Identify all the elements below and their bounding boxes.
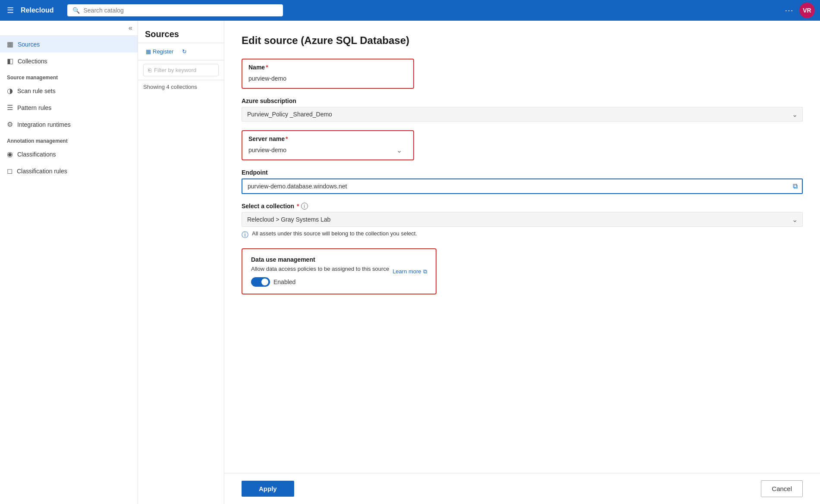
data-management-toggle-row: Enabled	[251, 277, 427, 287]
cancel-button[interactable]: Cancel	[761, 480, 803, 497]
sidebar-item-scan-label: Scan rule sets	[17, 88, 56, 94]
toggle-thumb	[261, 279, 268, 285]
server-name-label: Server name*	[248, 135, 407, 142]
sidebar-item-integration-runtimes[interactable]: ⚙ Integration runtimes	[0, 116, 138, 133]
azure-subscription-group: Azure subscription Purview_Policy _Share…	[242, 97, 803, 122]
name-input[interactable]	[248, 73, 407, 84]
sidebar-item-sources[interactable]: ▦ Sources	[0, 36, 138, 53]
data-management-group: Data use management Allow data access po…	[242, 248, 803, 303]
register-button[interactable]: ▦ Register	[143, 47, 176, 56]
collection-select[interactable]: Relecloud > Gray Systems Lab	[242, 212, 803, 227]
sidebar-item-runtime-label: Integration runtimes	[17, 121, 71, 128]
form-footer: Apply Cancel	[224, 473, 820, 504]
collection-label-row: Select a collection * i	[242, 203, 803, 210]
sidebar-item-sources-label: Sources	[18, 41, 40, 48]
sidebar-item-collections-label: Collections	[18, 58, 47, 65]
copy-icon[interactable]: ⧉	[793, 182, 798, 190]
apply-button[interactable]: Apply	[242, 481, 294, 497]
endpoint-wrapper: ⧉	[242, 178, 803, 194]
sidebar-item-pattern-label: Pattern rules	[17, 104, 51, 111]
sidebar-collapse-bar: «	[0, 21, 138, 36]
azure-subscription-select[interactable]: Purview_Policy _Shared_Demo	[242, 107, 803, 122]
filter-placeholder: Filter by keyword	[154, 67, 196, 73]
search-input[interactable]	[83, 7, 278, 14]
server-name-field-group: Server name* ⌄	[242, 130, 803, 160]
sources-icon: ▦	[7, 40, 13, 48]
refresh-icon: ↻	[182, 48, 187, 55]
filter-input-wrapper: ⎗ Filter by keyword	[143, 64, 219, 76]
data-management-toggle[interactable]	[251, 277, 270, 287]
sidebar-item-scan-rule-sets[interactable]: ◑ Scan rule sets	[0, 82, 138, 99]
toggle-track	[251, 277, 270, 287]
integration-runtimes-icon: ⚙	[7, 120, 13, 128]
azure-subscription-select-wrapper: Purview_Policy _Shared_Demo ⌄	[242, 107, 803, 122]
source-management-section: Source management	[0, 69, 138, 82]
edit-source-form: Edit source (Azure SQL Database) Name* A…	[224, 21, 820, 473]
collapse-sidebar-button[interactable]: «	[129, 24, 132, 32]
collection-info-icon[interactable]: i	[301, 203, 308, 210]
learn-more-link[interactable]: Learn more ⧉	[393, 268, 427, 275]
pattern-rules-icon: ☰	[7, 103, 13, 112]
collection-label: Select a collection *	[242, 203, 299, 210]
search-icon: 🔍	[72, 7, 80, 14]
app-title: Relecloud	[21, 6, 53, 14]
endpoint-input[interactable]	[242, 178, 803, 194]
name-field-group: Name*	[242, 59, 803, 89]
showing-collections-text: Showing 4 collections	[138, 80, 224, 94]
toggle-label: Enabled	[273, 279, 295, 285]
collections-icon: ◧	[7, 57, 13, 65]
sidebar-item-pattern-rules[interactable]: ☰ Pattern rules	[0, 99, 138, 116]
register-icon: ▦	[146, 48, 151, 55]
form-title: Edit source (Azure SQL Database)	[242, 34, 803, 47]
sidebar-item-classification-rules[interactable]: ◻ Classification rules	[0, 163, 138, 179]
scan-rule-sets-icon: ◑	[7, 87, 13, 95]
sidebar-item-classifications-label: Classifications	[17, 151, 56, 158]
sidebar-item-collections[interactable]: ◧ Collections	[0, 53, 138, 69]
sources-list-panel: Sources ▦ Register ↻ ⎗ Filter by keyword…	[138, 21, 224, 504]
data-management-description: Allow data access policies to be assigne…	[251, 266, 389, 272]
sidebar: « ▦ Sources ◧ Collections Source managem…	[0, 21, 138, 504]
collection-select-wrapper: Relecloud > Gray Systems Lab ⌄	[242, 212, 803, 227]
filter-bar: ⎗ Filter by keyword	[138, 60, 224, 80]
more-options-icon[interactable]: ⋯	[785, 5, 794, 16]
avatar[interactable]: VR	[799, 3, 815, 18]
collection-field-group: Select a collection * i Relecloud > Gray…	[242, 203, 803, 240]
classifications-icon: ◉	[7, 150, 13, 158]
sources-panel-title: Sources	[138, 21, 224, 43]
data-management-box: Data use management Allow data access po…	[242, 248, 437, 294]
data-management-title: Data use management	[251, 256, 427, 263]
main-form-panel: Edit source (Azure SQL Database) Name* A…	[224, 21, 820, 504]
sources-panel-toolbar: ▦ Register ↻	[138, 43, 224, 60]
external-link-icon: ⧉	[423, 268, 427, 275]
classification-rules-icon: ◻	[7, 167, 13, 175]
search-bar: 🔍	[67, 4, 283, 16]
collection-info-circle-icon: ⓘ	[242, 231, 248, 240]
name-label: Name*	[248, 64, 407, 71]
collection-info-text: ⓘ All assets under this source will belo…	[242, 230, 803, 240]
filter-icon: ⎗	[148, 67, 151, 73]
refresh-button[interactable]: ↻	[179, 47, 189, 56]
server-name-input[interactable]	[248, 145, 407, 155]
endpoint-label: Endpoint	[242, 169, 803, 176]
sidebar-item-classifications[interactable]: ◉ Classifications	[0, 146, 138, 163]
hamburger-menu-icon[interactable]: ☰	[5, 4, 16, 17]
sidebar-item-classification-rules-label: Classification rules	[17, 168, 67, 175]
top-navigation: ☰ Relecloud 🔍 ⋯ VR	[0, 0, 820, 21]
annotation-management-section: Annotation management	[0, 133, 138, 146]
endpoint-field-group: Endpoint ⧉	[242, 169, 803, 194]
azure-subscription-label: Azure subscription	[242, 97, 803, 104]
